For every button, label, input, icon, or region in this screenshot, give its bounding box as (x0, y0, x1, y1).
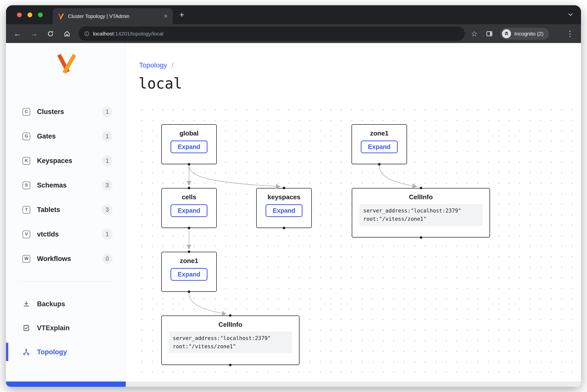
node-title: zone1 (180, 257, 198, 265)
document-check-icon (22, 324, 30, 332)
sidebar-divider (18, 281, 114, 282)
count-badge: 1 (102, 131, 112, 142)
refresh-button[interactable] (45, 28, 56, 39)
node-title: CellInfo (218, 321, 242, 328)
url-host: localhost (93, 31, 114, 36)
node-title: global (180, 130, 199, 137)
home-button[interactable] (62, 28, 72, 39)
breadcrumb-topology-link[interactable]: Topology (139, 61, 167, 69)
expand-button[interactable]: Expand (361, 140, 398, 153)
count-badge: 1 (102, 106, 112, 117)
count-badge: 3 (102, 204, 112, 215)
address-bar[interactable]: localhost:14201/topology/local (78, 26, 465, 41)
tab-strip: Cluster Topology | VTAdmin × + (6, 5, 581, 24)
clusters-icon: C (22, 108, 30, 116)
cellinfo-code-line: root:"/vitess/zone1" (363, 215, 478, 223)
forward-button[interactable]: → (28, 28, 40, 39)
node-title: cells (182, 193, 196, 201)
main-bottom-strip (126, 382, 581, 387)
side-panel-icon[interactable] (484, 29, 494, 39)
expand-button[interactable]: Expand (170, 268, 208, 281)
expand-button[interactable]: Expand (170, 140, 208, 153)
download-icon (22, 300, 30, 308)
browser-tab[interactable]: Cluster Topology | VTAdmin × (53, 8, 173, 24)
sidebar-item-label: Keyspaces (37, 157, 72, 165)
vitess-logo-icon[interactable] (56, 54, 77, 74)
incognito-icon (502, 29, 511, 38)
minimize-window-button[interactable] (28, 12, 32, 17)
cellinfo-code: server_address:"localhost:2379" root:"/v… (169, 332, 292, 353)
main-content: Topology / local global Expand zone1 Exp… (126, 43, 581, 387)
cellinfo-code-line: root:"/vitess/zone1" (173, 342, 288, 351)
expand-button[interactable]: Expand (266, 204, 302, 217)
sidebar-item-tablets[interactable]: T Tablets 3 (6, 198, 126, 222)
page-title: local (138, 75, 182, 92)
topology-node-global: global Expand (161, 124, 217, 164)
sidebar-item-label: Clusters (37, 108, 64, 116)
sidebar-item-clusters[interactable]: C Clusters 1 (6, 100, 126, 124)
topology-node-cellinfo-right: CellInfo server_address:"localhost:2379"… (352, 188, 490, 238)
topology-node-cellinfo-bottom: CellInfo server_address:"localhost:2379"… (161, 316, 300, 365)
sidebar-item-label: VTExplain (37, 324, 70, 332)
topology-node-cells: cells Expand (161, 188, 217, 228)
count-badge: 0 (102, 254, 112, 264)
breadcrumb-separator: / (172, 61, 174, 69)
workflows-icon: W (22, 255, 30, 263)
sidebar: C Clusters 1 G Gates 1 K Keyspaces 1 S S… (6, 43, 126, 387)
cellinfo-code-line: server_address:"localhost:2379" (363, 207, 478, 215)
tab-title: Cluster Topology | VTAdmin (68, 14, 161, 19)
window-controls (17, 12, 43, 17)
topology-node-zone1: zone1 Expand (352, 124, 407, 164)
browser-window: Cluster Topology | VTAdmin × + ← → (6, 5, 581, 387)
sidebar-item-label: Gates (37, 132, 56, 140)
sidebar-item-label: Backups (37, 300, 65, 308)
topology-node-zone1-cell: zone1 Expand (161, 252, 217, 292)
sidebar-item-label: Topology (37, 348, 67, 356)
sidebar-footer-nav: Backups VTExplain (6, 292, 126, 364)
sidebar-item-label: Workflows (37, 255, 71, 263)
tab-search-chevron-icon[interactable] (568, 12, 574, 18)
sidebar-bottom-strip (6, 382, 126, 387)
back-button[interactable]: ← (12, 28, 23, 39)
site-info-icon[interactable] (84, 31, 90, 36)
count-badge: 1 (102, 156, 112, 166)
topology-icon (22, 348, 30, 356)
page-content: C Clusters 1 G Gates 1 K Keyspaces 1 S S… (6, 43, 581, 387)
breadcrumb: Topology / (139, 61, 174, 69)
vitess-favicon-icon (58, 13, 64, 19)
browser-toolbar: ← → localhost:14201/topology/local ☆ (6, 24, 581, 43)
sidebar-nav: C Clusters 1 G Gates 1 K Keyspaces 1 S S… (6, 100, 126, 271)
sidebar-item-label: vtctlds (37, 230, 59, 238)
cellinfo-code-line: server_address:"localhost:2379" (173, 334, 288, 342)
topology-node-keyspaces: keyspaces Expand (256, 188, 312, 228)
gates-icon: G (22, 132, 30, 140)
new-tab-button[interactable]: + (177, 10, 187, 20)
sidebar-item-label: Tablets (37, 206, 60, 214)
sidebar-item-label: Schemas (37, 182, 67, 189)
browser-menu-icon[interactable]: ⋮ (565, 29, 575, 39)
count-badge: 3 (102, 180, 112, 190)
close-window-button[interactable] (17, 12, 22, 17)
sidebar-item-gates[interactable]: G Gates 1 (6, 124, 126, 148)
sidebar-item-vtexplain[interactable]: VTExplain (6, 316, 126, 340)
sidebar-item-vtctlds[interactable]: V vtctlds 1 (6, 222, 126, 246)
schemas-icon: S (22, 182, 30, 189)
sidebar-item-topology[interactable]: Topology (6, 340, 126, 364)
profile-label: Incognito (2) (514, 31, 544, 37)
close-tab-icon[interactable]: × (164, 13, 168, 20)
fullscreen-window-button[interactable] (38, 12, 43, 17)
bookmark-star-icon[interactable]: ☆ (469, 29, 479, 39)
expand-button[interactable]: Expand (170, 204, 208, 217)
sidebar-item-keyspaces[interactable]: K Keyspaces 1 (6, 148, 126, 173)
node-title: CellInfo (409, 193, 433, 201)
sidebar-item-schemas[interactable]: S Schemas 3 (6, 173, 126, 198)
keyspaces-icon: K (22, 157, 30, 165)
profile-chip[interactable]: Incognito (2) (500, 28, 549, 40)
tablets-icon: T (22, 206, 30, 214)
sidebar-item-backups[interactable]: Backups (6, 292, 126, 316)
cellinfo-code: server_address:"localhost:2379" root:"/v… (359, 204, 482, 226)
node-title: keyspaces (268, 193, 300, 201)
url-text: localhost:14201/topology/local (93, 31, 163, 37)
sidebar-item-workflows[interactable]: W Workflows 0 (6, 246, 126, 271)
count-badge: 1 (102, 229, 112, 240)
